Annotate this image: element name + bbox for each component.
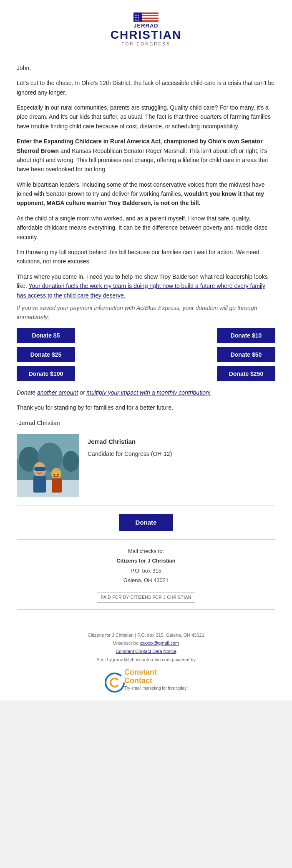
greeting: John,	[17, 63, 275, 73]
divider-3	[17, 609, 275, 610]
email-footer: Citizens for J Christian | P.O. box 315,…	[0, 625, 292, 701]
unsubscribe-prefix: Unsubscribe	[113, 640, 140, 645]
svg-rect-22	[52, 478, 62, 493]
actblue-note: If you've saved your payment information…	[17, 303, 275, 322]
flag-bar: ★★★ ★★★ ★★★	[111, 13, 181, 22]
svg-point-24	[41, 470, 43, 471]
paragraph-6: I'm throwing my full support behind this…	[17, 248, 275, 266]
donation-link[interactable]: Your donation fuels the work my team is …	[17, 283, 265, 298]
monthly-link[interactable]: multiply your impact with a monthly cont…	[86, 389, 210, 396]
svg-point-27	[106, 673, 124, 692]
svg-rect-9	[142, 19, 159, 20]
divider-1	[17, 505, 275, 505]
mail-org: Citizens for J Christian	[17, 556, 275, 565]
paragraph-2: Especially in our rural communities, par…	[17, 103, 275, 131]
donate-50-button[interactable]: Donate $50	[217, 347, 275, 362]
profile-image-svg	[17, 434, 79, 497]
mail-label: Mail checks to:	[17, 546, 275, 556]
svg-rect-5	[142, 14, 159, 15]
logo-christian: CHRISTIAN	[111, 29, 181, 42]
profile-section: Jerrad Christian Candidate for Congress …	[17, 434, 275, 497]
svg-point-25	[53, 474, 55, 475]
svg-point-23	[37, 470, 38, 471]
email-wrapper: ★★★ ★★★ ★★★ JERRAD CHRISTIAN FOR CONGRES…	[0, 0, 292, 700]
cc-brand-constant: Constant	[124, 668, 157, 676]
svg-rect-4	[142, 13, 159, 14]
svg-rect-8	[142, 18, 159, 19]
unsubscribe-email-link[interactable]: xxxxxx@gmail.com	[140, 640, 179, 645]
svg-rect-20	[52, 471, 61, 475]
thank-you: Thank you for standing by for families a…	[17, 403, 275, 412]
cc-svg-icon	[104, 672, 125, 693]
cc-brand: Constant Contact	[124, 668, 188, 685]
signature: -Jerrad Christian	[17, 418, 275, 428]
profile-name: Jerrad Christian	[88, 437, 172, 447]
cc-brand-contact: Contact	[124, 676, 152, 685]
donate-alt-middle: or	[78, 389, 86, 396]
data-notice-link[interactable]: Constant Contact Data Notice	[116, 649, 176, 654]
paragraph-7: That's where you come in. I need you to …	[17, 272, 275, 300]
footer-data-notice: Constant Contact Data Notice	[8, 648, 284, 656]
logo-jerrad: JERRAD	[111, 23, 181, 29]
donate-row-1: Donate $5 Donate $10	[17, 328, 275, 343]
flag-icon: ★★★ ★★★ ★★★	[133, 13, 159, 22]
another-amount-link[interactable]: another amount	[37, 389, 78, 396]
photo-inner	[17, 434, 79, 497]
paragraph-4: While bipartisan leaders, including some…	[17, 180, 275, 208]
mail-section: Mail checks to: Citizens for J Christian…	[17, 546, 275, 585]
donate-alt: Donate another amount or multiply your i…	[17, 388, 275, 397]
paragraph-1: Let's cut to the chase. In Ohio's 12th D…	[17, 78, 275, 97]
svg-text:★★★: ★★★	[134, 19, 140, 21]
svg-rect-6	[142, 15, 159, 16]
mail-address2: Galena, OH 43021	[17, 575, 275, 585]
donate-25-button[interactable]: Donate $25	[17, 347, 75, 362]
center-donate-button[interactable]: Donate	[119, 514, 174, 531]
email-content: John, Let's cut to the chase. In Ohio's …	[0, 55, 292, 625]
email-header: ★★★ ★★★ ★★★ JERRAD CHRISTIAN FOR CONGRES…	[0, 0, 292, 55]
svg-rect-18	[34, 467, 46, 471]
mail-address1: P.O. box 315	[17, 566, 275, 575]
constant-contact-logo: Constant Contact Try email marketing for…	[8, 668, 284, 693]
cc-tagline: Try email marketing for free today!	[124, 685, 188, 692]
donate-10-button[interactable]: Donate $10	[217, 328, 275, 343]
profile-photo	[17, 434, 79, 497]
svg-rect-10	[142, 20, 159, 22]
divider-2	[17, 539, 275, 540]
cc-text: Constant Contact Try email marketing for…	[124, 668, 188, 693]
svg-rect-16	[17, 480, 79, 497]
logo-for-congress: FOR CONGRESS	[111, 42, 181, 46]
footer-unsubscribe: Unsubscribe xxxxxx@gmail.com	[8, 639, 284, 648]
donate-row-3: Donate $100 Donate $250	[17, 366, 275, 381]
logo: ★★★ ★★★ ★★★ JERRAD CHRISTIAN FOR CONGRES…	[111, 13, 181, 46]
footer-sent-by: Sent by jerrad@christianforohio.com powe…	[8, 656, 284, 664]
donate-5-button[interactable]: Donate $5	[17, 328, 75, 343]
svg-point-15	[63, 451, 79, 472]
cc-icon	[104, 672, 121, 689]
svg-rect-7	[142, 16, 159, 18]
paid-for-section: PAID FOR BY CITIZENS FOR J CHRISTIAN	[17, 592, 275, 603]
paragraph-3: Enter the Expanding Childcare in Rural A…	[17, 137, 275, 174]
profile-title: Candidate for Congress (OH-12)	[88, 449, 172, 458]
donate-row-2: Donate $25 Donate $50	[17, 347, 275, 362]
center-donate-section: Donate	[17, 514, 275, 531]
footer-line1: Citizens for J Christian | P.O. box 315,…	[8, 631, 284, 640]
svg-rect-21	[33, 476, 46, 493]
profile-info: Jerrad Christian Candidate for Congress …	[88, 434, 172, 458]
svg-point-26	[57, 474, 59, 475]
paid-for-box: PAID FOR BY CITIZENS FOR J CHRISTIAN	[97, 593, 195, 603]
donate-grid: Donate $5 Donate $10 Donate $25 Donate $…	[17, 328, 275, 381]
donate-100-button[interactable]: Donate $100	[17, 366, 75, 381]
donate-alt-prefix: Donate	[17, 389, 37, 396]
paragraph-5: As the child of a single mom who worked,…	[17, 214, 275, 242]
donate-250-button[interactable]: Donate $250	[217, 366, 275, 381]
